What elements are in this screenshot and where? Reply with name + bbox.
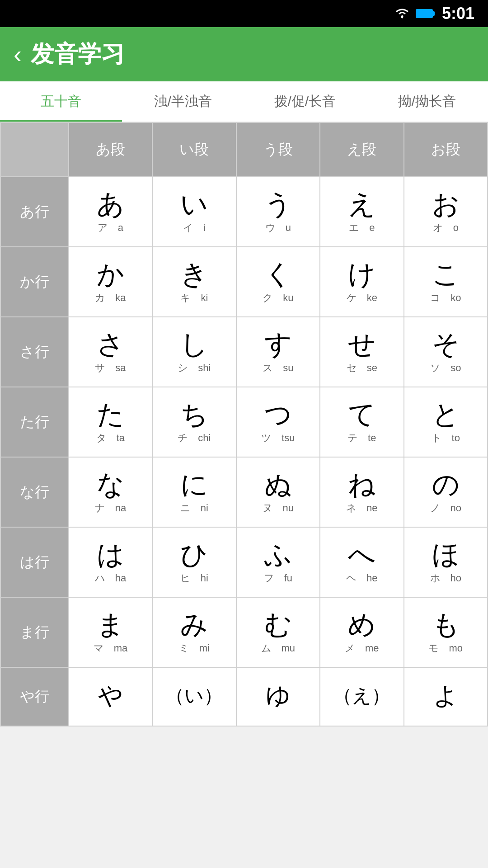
- col-header-a: あ段: [69, 123, 152, 177]
- kana-cell-sa-o[interactable]: そ ソ so: [404, 317, 488, 387]
- kana-cell-ha-o[interactable]: ほ ホ ho: [404, 527, 488, 597]
- kana-cell-ta-e[interactable]: て テ te: [320, 387, 404, 457]
- kana-cell-ha-e[interactable]: へ ヘ he: [320, 527, 404, 597]
- row-header-sa: さ行: [0, 317, 69, 387]
- tab-gojuuon[interactable]: 五十音: [0, 81, 122, 122]
- table-row: か行 か カ ka き キ ki く ク ku け ケ ke こ コ ko: [0, 247, 488, 317]
- table-row: さ行 さ サ sa し シ shi す ス su せ セ se そ ソ so: [0, 317, 488, 387]
- tab-bar: 五十音 浊/半浊音 拨/促/长音 拗/拗长音: [0, 81, 488, 122]
- battery-icon: [416, 9, 435, 18]
- wifi-icon: [394, 6, 410, 22]
- kana-cell-sa-u[interactable]: す ス su: [236, 317, 320, 387]
- table-row: は行 は ハ ha ひ ヒ hi ふ フ fu へ ヘ he ほ ホ ho: [0, 527, 488, 597]
- row-header-a: あ行: [0, 177, 69, 247]
- kana-cell-ta-u[interactable]: つ ツ tsu: [236, 387, 320, 457]
- header-title: 发音学习: [31, 38, 125, 70]
- row-header-ya: や行: [0, 667, 69, 726]
- tab-yoon[interactable]: 拗/拗长音: [366, 81, 488, 122]
- row-header-ha: は行: [0, 527, 69, 597]
- kana-cell-ka-e[interactable]: け ケ ke: [320, 247, 404, 317]
- col-header-e: え段: [320, 123, 404, 177]
- status-bar: 5:01: [0, 0, 488, 27]
- kana-cell-ha-u[interactable]: ふ フ fu: [236, 527, 320, 597]
- kana-cell-ka-i[interactable]: き キ ki: [152, 247, 236, 317]
- col-header-u: う段: [236, 123, 320, 177]
- kana-cell-na-o[interactable]: の ノ no: [404, 457, 488, 527]
- kana-cell-a-e[interactable]: え エ e: [320, 177, 404, 247]
- tab-dakuten[interactable]: 浊/半浊音: [122, 81, 244, 122]
- kana-cell-ya-i[interactable]: （い）: [152, 667, 236, 726]
- kana-cell-ma-a[interactable]: ま マ ma: [69, 597, 152, 667]
- table-corner-cell: [0, 123, 69, 177]
- row-header-ta: た行: [0, 387, 69, 457]
- kana-cell-ma-o[interactable]: も モ mo: [404, 597, 488, 667]
- kana-cell-ta-a[interactable]: た タ ta: [69, 387, 152, 457]
- row-header-na: な行: [0, 457, 69, 527]
- kana-cell-ya-o[interactable]: よ: [404, 667, 488, 726]
- kana-cell-sa-a[interactable]: さ サ sa: [69, 317, 152, 387]
- kana-cell-a-o[interactable]: お オ o: [404, 177, 488, 247]
- col-header-o: お段: [404, 123, 488, 177]
- table-row: や行 や （い） ゆ （え） よ: [0, 667, 488, 726]
- svg-point-0: [401, 15, 403, 18]
- kana-cell-ma-i[interactable]: み ミ mi: [152, 597, 236, 667]
- kana-cell-ta-o[interactable]: と ト to: [404, 387, 488, 457]
- kana-cell-ma-e[interactable]: め メ me: [320, 597, 404, 667]
- app-header: ‹ 发音学习: [0, 27, 488, 81]
- kana-cell-a-a[interactable]: あ ア a: [69, 177, 152, 247]
- table-row: あ行 あ ア a い イ i う ウ u え エ e お オ o: [0, 177, 488, 247]
- kana-cell-na-e[interactable]: ね ネ ne: [320, 457, 404, 527]
- kana-cell-na-i[interactable]: に ニ ni: [152, 457, 236, 527]
- kana-cell-a-u[interactable]: う ウ u: [236, 177, 320, 247]
- kana-cell-sa-e[interactable]: せ セ se: [320, 317, 404, 387]
- kana-table: あ段 い段 う段 え段 お段 あ行 あ ア a い イ i う ウ u え エ …: [0, 122, 488, 726]
- kana-cell-ka-o[interactable]: こ コ ko: [404, 247, 488, 317]
- table-header-row: あ段 い段 う段 え段 お段: [0, 123, 488, 177]
- kana-cell-na-u[interactable]: ぬ ヌ nu: [236, 457, 320, 527]
- kana-cell-ka-a[interactable]: か カ ka: [69, 247, 152, 317]
- col-header-i: い段: [152, 123, 236, 177]
- kana-cell-ma-u[interactable]: む ム mu: [236, 597, 320, 667]
- kana-cell-ya-u[interactable]: ゆ: [236, 667, 320, 726]
- kana-cell-ya-e[interactable]: （え）: [320, 667, 404, 726]
- kana-cell-ha-a[interactable]: は ハ ha: [69, 527, 152, 597]
- tab-special[interactable]: 拨/促/长音: [244, 81, 366, 122]
- kana-cell-a-i[interactable]: い イ i: [152, 177, 236, 247]
- kana-cell-ya-a[interactable]: や: [69, 667, 152, 726]
- kana-cell-na-a[interactable]: な ナ na: [69, 457, 152, 527]
- kana-cell-ha-i[interactable]: ひ ヒ hi: [152, 527, 236, 597]
- table-row: な行 な ナ na に ニ ni ぬ ヌ nu ね ネ ne の ノ no: [0, 457, 488, 527]
- row-header-ma: ま行: [0, 597, 69, 667]
- row-header-ka: か行: [0, 247, 69, 317]
- status-time: 5:01: [442, 4, 474, 23]
- kana-cell-ka-u[interactable]: く ク ku: [236, 247, 320, 317]
- kana-cell-sa-i[interactable]: し シ shi: [152, 317, 236, 387]
- back-button[interactable]: ‹: [14, 40, 22, 68]
- status-icons: [394, 6, 435, 22]
- table-row: た行 た タ ta ち チ chi つ ツ tsu て テ te と ト to: [0, 387, 488, 457]
- kana-cell-ta-i[interactable]: ち チ chi: [152, 387, 236, 457]
- table-row: ま行 ま マ ma み ミ mi む ム mu め メ me も モ mo: [0, 597, 488, 667]
